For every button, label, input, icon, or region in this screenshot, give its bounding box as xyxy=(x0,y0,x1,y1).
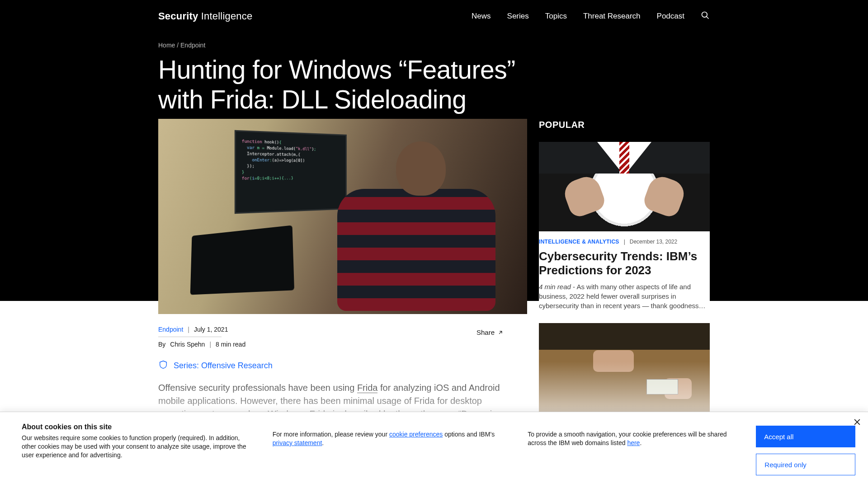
hero-person xyxy=(328,137,500,309)
cookie-heading: About cookies on this site xyxy=(22,423,255,431)
popular-card[interactable]: INTELLIGENCE & ANALYTICS | December 13, … xyxy=(539,142,710,310)
cookie-text-1: Our websites require some cookies to fun… xyxy=(22,434,255,460)
close-icon xyxy=(853,418,862,427)
cookie-preferences-link[interactable]: cookie preferences xyxy=(389,431,443,438)
popular-card-image xyxy=(539,323,710,413)
title-band: Home / Endpoint Hunting for Windows “Fea… xyxy=(0,33,868,119)
cookie-text-3: To provide a smooth navigation, your coo… xyxy=(528,430,738,447)
article-date: July 1, 2021 xyxy=(194,326,228,333)
primary-nav: News Series Topics Threat Research Podca… xyxy=(472,11,710,22)
hero-area: function hook(){ var m = Module.load("k.… xyxy=(0,119,868,314)
external-link-icon xyxy=(497,329,504,336)
series-icon xyxy=(158,360,168,371)
share-button[interactable]: Share xyxy=(476,328,504,336)
by-label: By xyxy=(158,341,165,348)
breadcrumb-home[interactable]: Home xyxy=(158,42,175,49)
article-author[interactable]: Chris Spehn xyxy=(170,341,205,348)
popular-card-image xyxy=(539,142,710,231)
share-label: Share xyxy=(476,328,495,336)
site-header: Security Intelligence News Series Topics… xyxy=(0,0,868,33)
cookie-domains-link[interactable]: here xyxy=(627,439,640,446)
popular-tag[interactable]: INTELLIGENCE & ANALYTICS xyxy=(539,239,619,245)
series-link[interactable]: Series: Offensive Research xyxy=(174,361,273,371)
svg-point-0 xyxy=(702,12,708,18)
breadcrumb-sep: / xyxy=(177,42,179,49)
popular-title[interactable]: Cybersecurity Trends: IBM’s Predictions … xyxy=(539,249,710,277)
breadcrumb-current[interactable]: Endpoint xyxy=(180,42,205,49)
privacy-statement-link[interactable]: privacy statement xyxy=(273,439,322,446)
nav-news[interactable]: News xyxy=(472,12,491,21)
article-readtime: 8 min read xyxy=(216,341,245,348)
cookie-close-button[interactable] xyxy=(853,418,862,427)
body-link-frida[interactable]: Frida xyxy=(357,383,378,393)
cookie-banner: About cookies on this site Our websites … xyxy=(0,412,868,488)
popular-excerpt: 4 min read - As with many other aspects … xyxy=(539,282,710,310)
nav-topics[interactable]: Topics xyxy=(545,12,567,21)
hero-laptop xyxy=(190,225,294,295)
site-logo[interactable]: Security Intelligence xyxy=(158,10,252,22)
article-category[interactable]: Endpoint xyxy=(158,326,183,333)
nav-threat-research[interactable]: Threat Research xyxy=(583,12,641,21)
required-only-button[interactable]: Required only xyxy=(756,454,855,475)
popular-date: December 13, 2022 xyxy=(630,239,677,245)
breadcrumb: Home / Endpoint xyxy=(158,42,710,49)
cookie-text-2: For more information, please review your… xyxy=(273,430,510,447)
article-meta: Endpoint | July 1, 2021 By Chris Spehn |… xyxy=(158,314,504,348)
meta-divider xyxy=(158,337,222,337)
hero-image: function hook(){ var m = Module.load("k.… xyxy=(158,119,527,314)
page-title: Hunting for Windows “Features” with Frid… xyxy=(158,55,538,114)
accept-all-button[interactable]: Accept all xyxy=(756,426,855,447)
svg-line-1 xyxy=(707,17,709,19)
nav-series[interactable]: Series xyxy=(507,12,529,21)
nav-podcast[interactable]: Podcast xyxy=(657,12,684,21)
search-icon[interactable] xyxy=(701,11,710,22)
series-row[interactable]: Series: Offensive Research xyxy=(158,360,504,371)
sidebar-heading: POPULAR xyxy=(539,120,710,130)
